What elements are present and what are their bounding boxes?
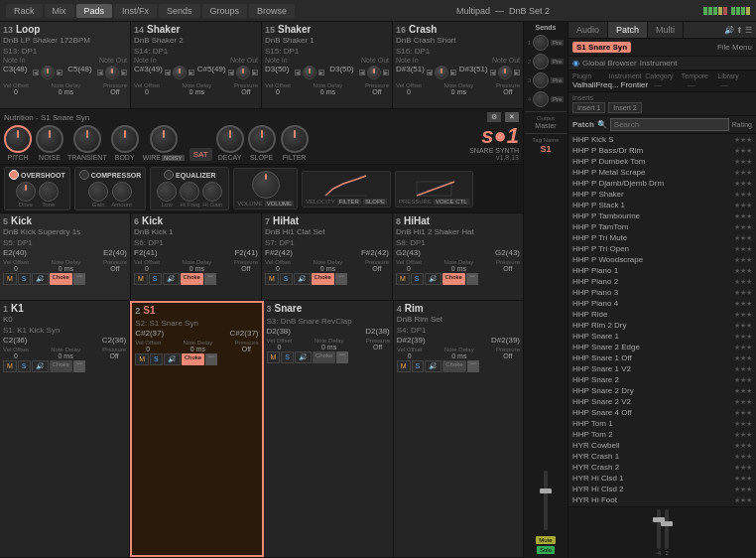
tab-rack[interactable]: Rack [6,4,43,18]
pad-7-m[interactable]: M [265,273,279,285]
volume-mode-dropdown[interactable]: VOLUME [265,201,294,207]
pad-15-noteout-down[interactable]: ◀ [359,70,365,75]
patch-item-4[interactable]: HHP P Djamb/Djemb Drm★★★ [568,178,756,189]
pad-3-vol[interactable]: 🔊 [295,351,312,363]
volume-knob[interactable] [252,171,280,199]
comp-gain-knob[interactable] [88,182,108,202]
pad-4-vol[interactable]: 🔊 [425,360,441,372]
pad-16-noteout-down[interactable]: ◀ [490,70,496,75]
wire-mode-dropdown[interactable]: NOISY [162,155,185,161]
send-knob-4[interactable] [533,91,549,107]
pad-1-m[interactable]: M [3,360,17,372]
pad-15-noteout-knob[interactable] [367,66,381,79]
patch-item-2[interactable]: HHP P Dumbek Tom★★★ [568,156,756,167]
send-pre-2[interactable]: Pre [551,59,564,65]
pad-4-m[interactable]: M [397,360,411,372]
pad-2-vol[interactable]: 🔊 [164,353,181,365]
solo-button[interactable]: Solo [537,546,555,554]
pad-8-m[interactable]: M [396,273,410,285]
patch-item-17[interactable]: HHP Rim 2 Dry★★★ [568,320,756,331]
rtab-multi[interactable]: Multi [648,22,684,38]
patch-item-15[interactable]: HHP Piano 4★★★ [568,298,756,309]
body-knob[interactable] [111,125,139,153]
pad-5-vol[interactable]: 🔊 [32,273,49,285]
right-fader2-thumb[interactable] [661,521,673,526]
pad-7-s[interactable]: S [280,273,293,285]
pad-14-noteout-down[interactable]: ◀ [228,70,234,75]
pad-14-noteout-knob[interactable] [236,66,250,79]
wire-knob[interactable] [150,125,178,153]
pad-13-notein-up[interactable]: ▶ [57,70,63,75]
patch-item-22[interactable]: HHP Snare 2★★★ [568,374,756,385]
pad-16-notein-knob[interactable] [435,66,448,79]
patch-item-3[interactable]: HHP P Metal Scrape★★★ [568,167,756,178]
tone-knob[interactable] [39,182,59,202]
patch-item-31[interactable]: HYR Hi Clsd 1★★★ [568,473,756,484]
tab-instfx[interactable]: Inst/Fx [114,4,157,18]
pad-6-vol[interactable]: 🔊 [163,273,180,285]
tab-browse[interactable]: Browse [249,4,295,18]
patch-item-24[interactable]: HHP Snare 2 V2★★★ [568,396,756,407]
pad-4-wave[interactable]: 〰 [467,360,479,372]
pad-3-wave[interactable]: 〰 [336,351,348,363]
patch-item-33[interactable]: HYR Hi Foot★★★ [568,494,756,505]
pitch-knob[interactable] [4,125,32,153]
send-pre-3[interactable]: Pre [551,77,564,83]
patch-item-30[interactable]: HYR Crash 2★★★ [568,462,756,473]
patch-item-20[interactable]: HHP Snare 1 Off★★★ [568,352,756,363]
pad-13-noteout-down[interactable]: ◀ [97,70,103,75]
pad-8-wave[interactable]: 〰 [466,273,478,285]
pad-3-s[interactable]: S [281,351,294,363]
eq-hifreq-knob[interactable] [180,182,199,202]
send-knob-1[interactable] [533,35,549,51]
pad-14-notein-down[interactable]: ◀ [165,70,171,75]
drive-knob[interactable] [16,182,36,202]
patch-item-32[interactable]: HYR Hi Clsd 2★★★ [568,484,756,494]
instrument-browser-label[interactable]: Instrument [640,59,678,68]
file-menu-label[interactable]: File Menu [717,43,752,52]
pad-3-m[interactable]: M [267,351,281,363]
pad-5-m[interactable]: M [3,273,17,285]
voicectl-mode-dropdown[interactable]: VOICE CTL [434,199,469,205]
pad-1-vol[interactable]: 🔊 [32,360,49,372]
tab-mix[interactable]: Mix [45,4,74,18]
eq-toggle[interactable] [164,170,174,180]
pad-6-s[interactable]: S [149,273,162,285]
extra-icon-3[interactable]: ☰ [745,26,752,35]
pad-16-noteout-knob[interactable] [498,66,512,79]
pad-8-vol[interactable]: 🔊 [425,273,441,285]
patch-item-21[interactable]: HHP Snare 1 V2★★★ [568,363,756,374]
patch-item-23[interactable]: HHP Snare 2 Dry★★★ [568,385,756,396]
patch-item-19[interactable]: HHP Snare 2 Edge★★★ [568,342,756,352]
pad-15-notein-down[interactable]: ◀ [295,70,301,75]
patch-item-7[interactable]: HHP P Tambourine★★★ [568,210,756,221]
pad-5-s[interactable]: S [18,273,31,285]
filter-mode-dropdown[interactable]: FILTER [337,199,361,205]
send-knob-3[interactable] [533,72,549,88]
comp-amount-knob[interactable] [112,182,132,202]
send-pre-1[interactable]: Pre [551,40,564,46]
patch-item-5[interactable]: HHP P Shaker★★★ [568,189,756,200]
pad-7-vol[interactable]: 🔊 [294,273,311,285]
eq-low-knob[interactable] [157,182,177,202]
send-pre-4[interactable]: Pre [551,96,564,102]
send-knob-2[interactable] [533,54,549,70]
decay-knob[interactable] [216,125,244,153]
patch-item-11[interactable]: HHP P Woodscrape★★★ [568,254,756,265]
insert-2[interactable]: Insert 2 [608,102,641,113]
pad-14-noteout-up[interactable]: ▶ [252,70,258,75]
patch-item-18[interactable]: HHP Snare 1★★★ [568,331,756,342]
patch-item-28[interactable]: HYR Cowbell★★★ [568,440,756,451]
patch-search-input[interactable] [610,118,729,131]
pad-1-s[interactable]: S [18,360,31,372]
patch-item-9[interactable]: HHP P Tri Mute★★★ [568,232,756,243]
mute-button[interactable]: Mute [536,536,555,544]
patch-item-8[interactable]: HHP P TamTom★★★ [568,221,756,232]
tab-groups[interactable]: Groups [202,4,248,18]
pad-13-notein-down[interactable]: ◀ [33,70,39,75]
eq-higain-knob[interactable] [202,182,222,202]
pad-1-wave[interactable]: 〰 [73,360,85,372]
pad-13-notein-knob[interactable] [41,66,55,79]
global-browser-label[interactable]: Global Browser [582,59,637,68]
pad-2-m[interactable]: M [135,353,149,365]
